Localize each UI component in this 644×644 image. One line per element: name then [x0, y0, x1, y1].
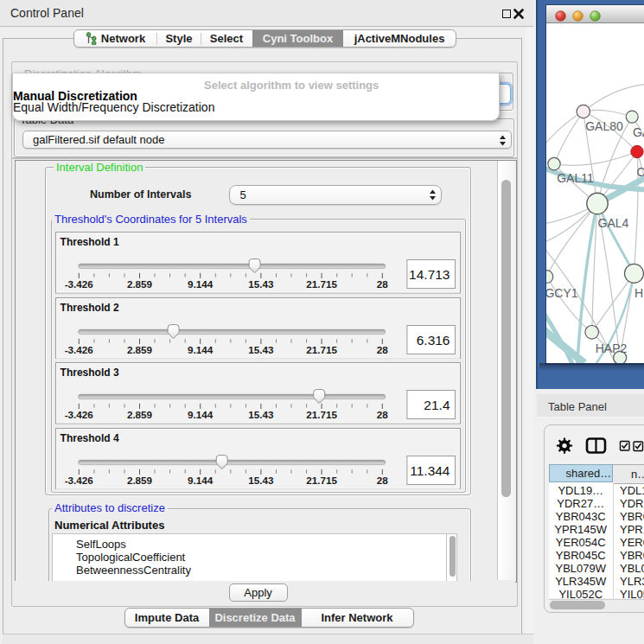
svg-text:GCY1: GCY1 [546, 286, 578, 300]
svg-text:21.715: 21.715 [306, 409, 337, 420]
svg-text:2.859: 2.859 [127, 474, 153, 485]
svg-text:HAP2: HAP2 [595, 341, 627, 355]
svg-text:15.43: 15.43 [248, 474, 274, 485]
svg-text:15.43: 15.43 [248, 278, 274, 290]
svg-text:21.715: 21.715 [306, 474, 337, 485]
svg-text:Threshold 3: Threshold 3 [60, 367, 118, 379]
svg-text:Threshold 4: Threshold 4 [60, 432, 118, 444]
svg-text:-3.426: -3.426 [64, 278, 93, 290]
svg-text:15.43: 15.43 [248, 343, 274, 354]
svg-text:-3.426: -3.426 [64, 343, 93, 354]
svg-text:9.144: 9.144 [188, 343, 214, 354]
svg-text:Threshold 1: Threshold 1 [60, 236, 118, 248]
svg-text:28: 28 [376, 409, 388, 420]
svg-text:2.859: 2.859 [127, 409, 153, 420]
svg-text:21.715: 21.715 [306, 278, 337, 290]
svg-text:28: 28 [376, 278, 388, 290]
svg-text:9.144: 9.144 [188, 278, 214, 290]
svg-text:Threshold 2: Threshold 2 [60, 302, 118, 314]
svg-text:2.859: 2.859 [127, 343, 153, 354]
svg-text:11.344: 11.344 [410, 462, 450, 477]
svg-text:GAL11: GAL11 [557, 171, 594, 185]
svg-text:-3.426: -3.426 [64, 474, 93, 485]
svg-text:28: 28 [376, 343, 388, 354]
svg-text:GAL80: GAL80 [585, 119, 623, 133]
svg-text:9.144: 9.144 [188, 409, 214, 420]
svg-text:GAL4: GAL4 [597, 216, 628, 230]
svg-text:9.144: 9.144 [188, 474, 214, 485]
svg-text:15.43: 15.43 [248, 409, 274, 420]
svg-text:H: H [634, 286, 643, 300]
svg-text:14.713: 14.713 [409, 267, 450, 282]
svg-text:21.715: 21.715 [306, 343, 337, 354]
svg-text:C: C [636, 165, 644, 179]
svg-text:28: 28 [376, 474, 388, 485]
svg-text:6.316: 6.316 [416, 332, 450, 347]
svg-text:GA: GA [633, 125, 644, 139]
svg-text:-3.426: -3.426 [64, 409, 93, 420]
svg-text:2.859: 2.859 [127, 278, 153, 290]
svg-text:21.4: 21.4 [424, 398, 450, 412]
